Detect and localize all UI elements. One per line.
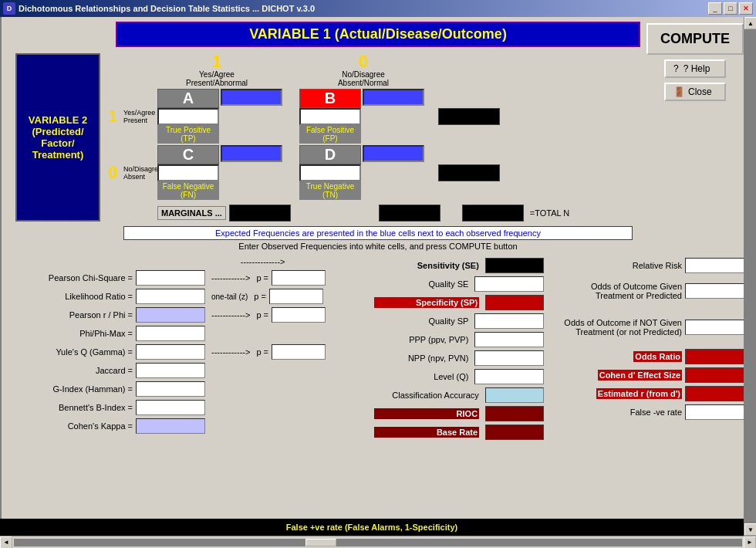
help-button[interactable]: ? ? Help (664, 59, 726, 78)
maximize-button[interactable]: □ (724, 2, 737, 15)
scroll-right-button[interactable]: ► (744, 536, 756, 549)
marginal-right-1 (438, 108, 500, 125)
grid-body: 1 Yes/Agree Present A (105, 89, 569, 222)
main-window: COMPUTE ? ? Help 🚪 Close VARIABLE 1 (Act… (0, 17, 756, 548)
info-box: Expected Frequencies are presented in th… (123, 226, 633, 240)
cell-d-group: D True Negative (TN) (296, 145, 427, 200)
compute-button[interactable]: COMPUTE (646, 23, 744, 55)
pearson-r-input[interactable] (136, 307, 205, 323)
marginals-black-3 (462, 205, 524, 222)
odds-not-input[interactable] (685, 320, 747, 335)
cell-a-input[interactable] (157, 108, 219, 125)
yules-q-p-input[interactable] (272, 344, 326, 360)
window-close-button[interactable]: ✕ (739, 2, 753, 15)
stat-pearson-chi: Pearson Chi-Square = ------------> p = (9, 269, 362, 286)
pearson-chi-input[interactable] (136, 270, 205, 286)
false-neg-input[interactable] (685, 404, 747, 420)
minimize-button[interactable]: _ (708, 2, 722, 15)
cell-a-blue (221, 89, 282, 106)
sens-row: Sensitivity (SE) (374, 257, 544, 274)
col1-header: 1 Yes/Agree Present/Abnormal (151, 53, 282, 87)
decision-table-area: VARIABLE 2 (Predicted/ Factor/ Treatment… (15, 53, 748, 222)
odds-given-input[interactable] (685, 283, 747, 299)
cohen-d-input (685, 367, 747, 383)
pearson-r-p-input[interactable] (272, 307, 326, 323)
cell-b-input[interactable] (299, 108, 361, 125)
row1-label: 1 Yes/Agree Present (105, 107, 151, 127)
compute-section: COMPUTE ? ? Help 🚪 Close (646, 23, 744, 101)
grid-row-1: 1 Yes/Agree Present A (105, 89, 569, 144)
ppp-row: PPP (ppv, PVP) (374, 331, 544, 348)
rel-risk-input[interactable] (685, 258, 747, 273)
marginals-label: MARGINALS ... (157, 206, 226, 220)
mid-stats: Sensitivity (SE) Quality SE Specificity … (374, 257, 544, 441)
scrollbar-horizontal[interactable]: ◄ ► (0, 536, 756, 548)
sensitivity-label: Sensitivity (SE) (374, 261, 478, 270)
ppp-input[interactable] (474, 332, 544, 347)
level-q-input[interactable] (474, 369, 544, 384)
cell-d-header: D (299, 145, 361, 164)
cohens-kappa-input[interactable] (136, 418, 205, 434)
title-bar-text: D Dichotomous Relationships and Decision… (3, 2, 315, 15)
phi-input[interactable] (136, 326, 205, 341)
marginals-black-1 (229, 205, 291, 222)
stat-yules-q: Yule's Q (Gamma) = ------------> p = (9, 343, 362, 360)
odds-ratio-input (685, 349, 747, 364)
cell-d-input[interactable] (299, 164, 361, 181)
var2-box: VARIABLE 2 (Predicted/ Factor/ Treatment… (15, 53, 100, 222)
stat-cohens-kappa: Cohen's Kappa = (9, 418, 362, 435)
cell-d-label: True Negative (TN) (299, 181, 361, 200)
cell-b-header: B (299, 89, 361, 108)
side-scrollbar[interactable]: ▲ ▼ (744, 17, 756, 536)
stats-section: --------------> Pearson Chi-Square = ---… (9, 257, 747, 441)
scroll-track-horizontal (14, 539, 742, 546)
quality-se-row: Quality SE (374, 276, 544, 293)
marginals-row: MARGINALS ... =TOTAL N (105, 205, 569, 222)
grid-row-2: 0 No/Disagree Absent C (105, 145, 569, 200)
cell-c-input[interactable] (157, 164, 219, 181)
rioc-row: RIOC (374, 405, 544, 422)
pearson-chi-p-input[interactable] (272, 270, 326, 286)
marginals-black-2 (379, 205, 440, 222)
bennetts-input[interactable] (136, 400, 205, 415)
cell-b-group: B False Positive (FP) (296, 89, 427, 144)
app-icon: D (3, 2, 15, 15)
likelihood-p-input[interactable] (269, 289, 323, 304)
stat-bennetts: Bennett's B-Index = (9, 399, 362, 416)
yules-q-input[interactable] (136, 344, 205, 360)
rioc-label: RIOC (374, 408, 479, 419)
marginal-right-2 (438, 164, 500, 181)
cell-a-group: A True Positive (TP) (154, 89, 285, 144)
jaccard-input[interactable] (136, 363, 205, 378)
title-bar: D Dichotomous Relationships and Decision… (0, 0, 756, 17)
cell-d-blue (363, 145, 424, 162)
col-headers: 1 Yes/Agree Present/Abnormal 0 No/Disagr… (151, 53, 569, 87)
scroll-left-button[interactable]: ◄ (0, 536, 12, 549)
scroll-thumb[interactable] (305, 539, 336, 546)
npp-input[interactable] (474, 350, 544, 366)
total-n-label: =TOTAL N (530, 208, 569, 218)
question-icon: ? (673, 63, 679, 74)
quality-se-input[interactable] (474, 276, 544, 292)
scroll-down-button[interactable]: ▼ (744, 523, 756, 536)
specificity-input (485, 295, 544, 310)
npp-row: NPP (npv, PVN) (374, 350, 544, 367)
class-acc-input (485, 387, 545, 403)
odds-given-row: Odds of Outcome Given Treatment or Predi… (562, 276, 747, 306)
title-bar-buttons[interactable]: _ □ ✕ (708, 2, 753, 15)
specificity-row: Specificity (SP) (374, 294, 544, 311)
stat-phi: Phi/Phi-Max = (9, 325, 362, 342)
rioc-input (485, 406, 544, 421)
base-rate-row: Base Rate (374, 424, 544, 441)
class-acc-row: Classification Accuracy (374, 387, 544, 404)
cohen-d-label: Cohen d' Effect Size (598, 370, 682, 381)
sensitivity-input (485, 258, 545, 273)
g-index-input[interactable] (136, 381, 205, 397)
close-button[interactable]: 🚪 Close (664, 83, 726, 101)
cell-a-header: A (157, 89, 219, 108)
scroll-up-button[interactable]: ▲ (744, 17, 756, 29)
likelihood-input[interactable] (136, 289, 205, 304)
base-rate-label: Base Rate (374, 427, 479, 438)
cell-c-group: C False Negative (FN) (154, 145, 285, 200)
quality-sp-input[interactable] (474, 313, 544, 329)
